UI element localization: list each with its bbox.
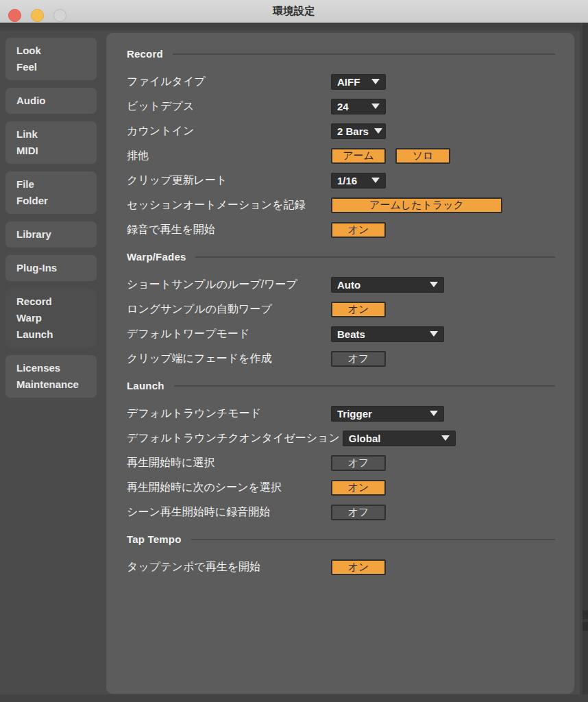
default-launch-mode-dropdown[interactable]: Trigger (331, 406, 444, 422)
setting-label: 排他 (127, 149, 331, 163)
sidebar-tab-licenses-maintenance[interactable]: LicensesMaintenance (5, 355, 97, 398)
start-recording-on-scene-launch-toggle[interactable]: オフ (331, 505, 386, 520)
section-divider (173, 53, 555, 55)
section-divider (174, 385, 555, 387)
create-fades-on-clip-edges-toggle[interactable]: オフ (331, 351, 386, 367)
count-in-dropdown[interactable]: 2 Bars (331, 123, 386, 139)
sidebar-tab-file-folder[interactable]: FileFolder (5, 171, 97, 214)
sidebar-tab-plug-ins[interactable]: Plug-Ins (5, 255, 97, 281)
setting-row: タップテンポで再生を開始オン (127, 555, 555, 579)
section-heading: Launch (127, 377, 555, 394)
setting-row: セッションオートメーションを記録アームしたトラック (127, 193, 555, 217)
sidebar-tab-label: File (16, 176, 97, 193)
file-type-dropdown[interactable]: AIFF (331, 74, 386, 90)
setting-label: シーン再生開始時に録音開始 (127, 505, 331, 520)
default-launch-quantization-dropdown[interactable]: Global (343, 431, 456, 446)
section-title: Record (127, 48, 163, 60)
settings-panel: RecordファイルタイプAIFFビットデプス24カウントイン2 Bars排他ア… (106, 33, 574, 694)
sidebar-tab-label: Look (16, 43, 97, 59)
dropdown-value: 1/16 (337, 175, 366, 186)
setting-label: デフォルトラウンチモード (127, 407, 331, 421)
window-title: 環境設定 (0, 5, 588, 18)
chevron-down-icon (371, 104, 380, 109)
chevron-down-icon (371, 79, 380, 84)
sidebar-tab-record-warp-launch[interactable]: RecordWarpLaunch (5, 289, 97, 348)
setting-label: ロングサンプルの自動ワープ (127, 302, 331, 317)
bit-depth-dropdown[interactable]: 24 (331, 99, 386, 114)
setting-row: クリップ更新レート1/16 (127, 168, 555, 193)
setting-label: ファイルタイプ (127, 75, 331, 89)
minimize-button[interactable] (31, 9, 44, 22)
sidebar-tab-label: Feel (16, 59, 97, 75)
setting-label: クリップ更新レート (127, 173, 331, 188)
section-heading: Record (127, 45, 555, 62)
default-warp-mode-dropdown[interactable]: Beats (331, 326, 444, 342)
select-on-launch-toggle[interactable]: オフ (331, 455, 386, 471)
setting-label: タップテンポで再生を開始 (127, 560, 331, 574)
setting-row: 再生開始時に選択オフ (127, 450, 555, 475)
preferences-window: 環境設定 LookFeelAudioLinkMIDIFileFolderLibr… (0, 0, 588, 702)
record-session-automation-toggle[interactable]: アームしたトラック (331, 197, 502, 213)
start-playback-with-tap-tempo-toggle[interactable]: オン (331, 559, 386, 575)
sidebar-tab-label: Licenses (16, 360, 97, 376)
setting-row: 排他アームソロ (127, 143, 555, 168)
dropdown-value: 24 (337, 101, 366, 112)
section-divider (195, 256, 555, 258)
setting-label: ショートサンプルのループ/ワープ (127, 278, 331, 292)
setting-label: セッションオートメーションを記録 (127, 198, 331, 213)
section-heading: Warp/Fades (127, 248, 555, 265)
setting-label: 録音で再生を開始 (127, 223, 331, 237)
chevron-down-icon (430, 331, 438, 337)
sidebar-tab-link-midi[interactable]: LinkMIDI (5, 121, 97, 164)
sidebar-tab-audio[interactable]: Audio (5, 88, 97, 114)
setting-label: デフォルトラウンチクオンタイゼーション (127, 431, 343, 446)
sidebar-tab-look-feel[interactable]: LookFeel (5, 38, 97, 80)
close-button[interactable] (8, 9, 21, 22)
setting-row: デフォルトワープモードBeats (127, 322, 555, 346)
chevron-down-icon (374, 128, 382, 134)
sidebar-tab-label: Launch (16, 326, 97, 343)
chevron-down-icon (371, 178, 380, 183)
section-divider (191, 539, 555, 540)
select-next-scene-on-launch-toggle[interactable]: オン (331, 480, 386, 496)
screen-edge-strip (583, 23, 588, 702)
setting-row: 再生開始時に次のシーンを選択オン (127, 475, 555, 500)
screen-edge-artifact (583, 622, 588, 631)
titlebar-shadow (0, 23, 588, 32)
sidebar-tab-label: Record (16, 293, 97, 310)
setting-label: デフォルトワープモード (127, 327, 331, 341)
preferences-sidebar: LookFeelAudioLinkMIDIFileFolderLibraryPl… (5, 38, 97, 405)
sidebar-tab-label: Library (16, 226, 97, 243)
window-bottom-edge (0, 694, 588, 702)
start-playback-on-record-toggle[interactable]: オン (331, 222, 386, 238)
dropdown-value: Global (349, 433, 436, 444)
loop-warp-short-samples-dropdown[interactable]: Auto (331, 277, 444, 293)
setting-row: 録音で再生を開始オン (127, 217, 555, 242)
auto-warp-long-samples-toggle[interactable]: オン (331, 302, 386, 317)
sidebar-tab-label: Maintenance (16, 376, 97, 393)
dropdown-value: Auto (337, 279, 424, 291)
exclusive-solo-toggle[interactable]: ソロ (395, 148, 450, 164)
sidebar-tab-label: Audio (16, 93, 97, 109)
setting-label: ビットデプス (127, 99, 331, 114)
setting-label: カウントイン (127, 124, 331, 138)
dropdown-value: Beats (337, 328, 424, 340)
setting-label: 再生開始時に次のシーンを選択 (127, 481, 331, 495)
screen-edge-artifact (583, 610, 588, 619)
dropdown-value: AIFF (337, 76, 366, 88)
dropdown-value: 2 Bars (337, 125, 369, 137)
setting-row: シーン再生開始時に録音開始オフ (127, 500, 555, 524)
setting-row: ビットデプス24 (127, 94, 555, 119)
chevron-down-icon (430, 282, 438, 287)
setting-row: デフォルトラウンチモードTrigger (127, 401, 555, 426)
setting-row: カウントイン2 Bars (127, 119, 555, 143)
section-heading: Tap Tempo (127, 531, 555, 548)
setting-label: 再生開始時に選択 (127, 456, 331, 470)
section-title: Tap Tempo (127, 533, 182, 545)
setting-row: クリップ端にフェードを作成オフ (127, 346, 555, 371)
dropdown-value: Trigger (337, 408, 424, 420)
sidebar-tab-library[interactable]: Library (5, 221, 97, 247)
window-titlebar: 環境設定 (0, 0, 588, 23)
exclusive-arm-toggle[interactable]: アーム (331, 148, 386, 164)
clip-update-rate-dropdown[interactable]: 1/16 (331, 173, 386, 189)
